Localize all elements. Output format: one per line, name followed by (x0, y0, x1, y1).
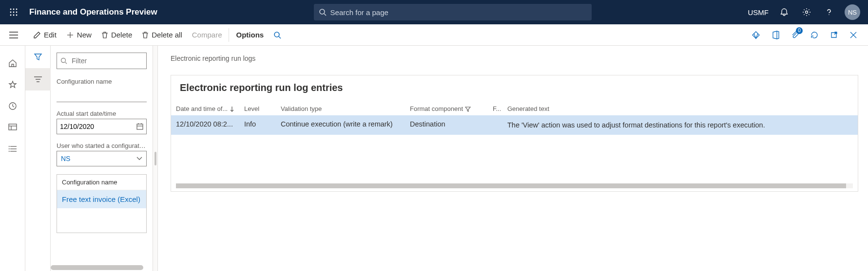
nav-recent-icon[interactable] (0, 95, 25, 117)
delete-label: Delete (111, 31, 132, 39)
options-label: Options (236, 31, 264, 39)
cell-validation: Continue execution (write a remark) (281, 120, 410, 128)
log-entries-panel: Electronic reporting run log entries Dat… (171, 75, 858, 192)
office-icon[interactable] (767, 26, 784, 44)
global-search-input[interactable] (330, 8, 587, 17)
svg-point-29 (9, 146, 9, 147)
cell-format-component: Destination (410, 120, 493, 128)
config-name-label: Configuration name (57, 78, 147, 85)
svg-line-36 (65, 62, 67, 64)
grid-header: Date and time of... Level Validation typ… (171, 102, 858, 115)
main-content: Electronic reporting run logs Electronic… (158, 46, 868, 271)
settings-icon[interactable] (800, 5, 813, 19)
filter-list-icon[interactable] (25, 68, 51, 90)
grid-horizontal-scrollbar[interactable] (176, 183, 853, 188)
svg-point-6 (10, 15, 12, 16)
hamburger-icon[interactable] (4, 24, 23, 46)
user-select[interactable]: NS (57, 151, 147, 166)
log-grid: Date and time of... Level Validation typ… (171, 102, 858, 135)
search-icon (273, 31, 281, 39)
svg-point-4 (13, 12, 15, 13)
svg-point-1 (13, 9, 15, 10)
app-launcher-icon[interactable] (4, 2, 23, 22)
config-list-item[interactable]: Free text invoice (Excel) (57, 190, 146, 208)
legal-entity[interactable]: USMF (748, 8, 769, 17)
delete-all-button[interactable]: Delete all (137, 24, 187, 45)
nav-modules-icon[interactable] (0, 138, 25, 160)
col-datetime[interactable]: Date and time of... (176, 105, 244, 112)
close-icon[interactable] (845, 26, 862, 44)
svg-point-5 (16, 12, 18, 13)
config-name-field: Configuration name (57, 78, 147, 102)
sort-desc-icon (230, 106, 234, 112)
nav-favorites-icon[interactable] (0, 74, 25, 95)
panel-title: Electronic reporting run log entries (171, 75, 858, 102)
refresh-icon[interactable] (806, 26, 823, 44)
grid-row[interactable]: 12/10/2020 08:2... Info Continue executi… (171, 115, 858, 135)
col-f[interactable]: F... (493, 105, 507, 112)
svg-point-9 (320, 9, 325, 14)
delete-all-label: Delete all (152, 31, 182, 39)
action-divider (229, 28, 229, 42)
svg-point-0 (10, 9, 12, 10)
nav-rail (0, 46, 25, 271)
svg-point-35 (61, 58, 66, 63)
new-label: New (77, 31, 92, 39)
edit-button[interactable]: Edit (28, 24, 61, 45)
attachments-badge: 0 (796, 27, 803, 34)
global-search[interactable] (314, 4, 592, 20)
diamond-icon[interactable] (747, 26, 765, 44)
edit-label: Edit (44, 31, 57, 39)
compare-label: Compare (192, 31, 222, 39)
user-label: User who started a configuration (57, 142, 147, 149)
filter-funnel-icon[interactable] (25, 46, 51, 68)
help-icon[interactable] (822, 5, 836, 19)
attachments-icon[interactable]: 0 (786, 26, 804, 44)
scrollbar-thumb[interactable] (176, 183, 846, 188)
cell-datetime: 12/10/2020 08:2... (176, 120, 244, 128)
body: Configuration name Actual start date/tim… (0, 46, 868, 271)
col-validation[interactable]: Validation type (281, 105, 410, 112)
new-button[interactable]: New (61, 24, 96, 45)
start-date-label: Actual start date/time (57, 110, 147, 117)
svg-point-12 (829, 14, 829, 15)
cell-generated-text: The 'View' action was used to adjust for… (507, 120, 853, 130)
svg-point-11 (806, 11, 808, 14)
pencil-icon (33, 31, 41, 39)
search-icon (60, 57, 67, 64)
quick-filter-input[interactable] (57, 53, 147, 69)
svg-line-10 (324, 14, 326, 16)
svg-line-19 (279, 36, 281, 38)
col-generated-text[interactable]: Generated text (507, 105, 853, 112)
nav-workspaces-icon[interactable] (0, 117, 25, 138)
splitter[interactable] (153, 46, 158, 271)
user-value: NS (61, 155, 70, 163)
user-avatar[interactable]: NS (845, 4, 860, 20)
svg-point-8 (16, 15, 18, 16)
config-list-blank (57, 208, 146, 233)
col-level[interactable]: Level (244, 105, 281, 112)
config-name-input[interactable] (57, 87, 147, 102)
notifications-icon[interactable] (777, 5, 791, 19)
svg-point-31 (9, 151, 9, 152)
options-button[interactable]: Options (231, 24, 269, 45)
svg-point-30 (9, 149, 9, 149)
quick-filter[interactable] (57, 53, 147, 69)
app-title: Finance and Operations Preview (29, 7, 157, 17)
breadcrumb: Electronic reporting run logs (171, 54, 858, 62)
sidepanel-horizontal-scrollbar[interactable] (51, 265, 143, 270)
action-bar: Edit New Delete Delete all Compare Optio… (0, 24, 868, 46)
popout-icon[interactable] (825, 26, 843, 44)
splitter-grip-icon[interactable] (154, 152, 156, 165)
cell-level: Info (244, 120, 281, 128)
nav-home-icon[interactable] (0, 53, 25, 74)
action-search-button[interactable] (269, 24, 286, 45)
start-date-input[interactable] (57, 119, 147, 134)
delete-button[interactable]: Delete (96, 24, 137, 45)
start-date-field: Actual start date/time (57, 110, 147, 134)
svg-point-7 (13, 15, 15, 16)
filter-rail (25, 46, 51, 271)
plus-icon (66, 31, 74, 39)
chevron-down-icon (136, 157, 142, 161)
col-format-component[interactable]: Format component (410, 105, 493, 112)
